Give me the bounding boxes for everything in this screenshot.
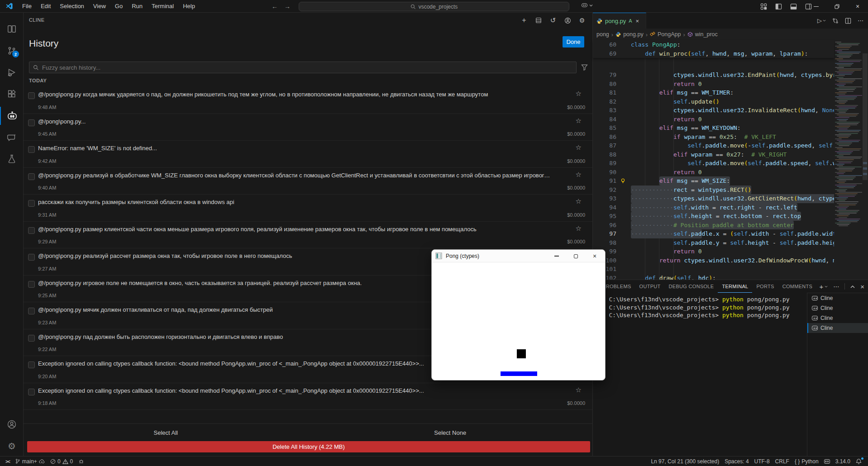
- run-debug-icon[interactable]: [0, 63, 24, 81]
- menu-file[interactable]: File: [18, 0, 36, 13]
- terminal-session-cline[interactable]: Cline: [807, 303, 868, 313]
- run-python-file-icon[interactable]: ▷: [817, 17, 826, 24]
- favorite-star-icon[interactable]: ☆: [576, 143, 582, 152]
- panel-more-icon[interactable]: ⋯: [833, 283, 839, 290]
- breadcrumb-folder[interactable]: pong: [596, 31, 609, 38]
- split-editor-icon[interactable]: [845, 18, 851, 24]
- command-center-search[interactable]: vscode_projects: [299, 2, 569, 11]
- pong-close-button[interactable]: ×: [585, 250, 604, 262]
- breadcrumb-file[interactable]: pong.py: [623, 31, 643, 38]
- overview-ruler[interactable]: [862, 40, 868, 280]
- debug-status-icon[interactable]: [76, 456, 87, 466]
- eol-sequence[interactable]: CRLF: [773, 456, 792, 466]
- source-control-icon[interactable]: 2: [0, 42, 24, 60]
- item-checkbox[interactable]: [28, 281, 35, 288]
- restore-button[interactable]: [826, 0, 847, 13]
- item-checkbox[interactable]: [28, 308, 35, 314]
- item-checkbox[interactable]: [28, 146, 35, 153]
- minimize-button[interactable]: [806, 0, 826, 13]
- favorite-star-icon[interactable]: ☆: [576, 224, 582, 233]
- terminal-session-cline[interactable]: Cline: [807, 313, 868, 323]
- terminal-output[interactable]: PS C:\Users\f13nd\vscode_projects> pytho…: [598, 295, 805, 456]
- menu-edit[interactable]: Edit: [36, 0, 55, 13]
- menu-terminal[interactable]: Terminal: [147, 0, 178, 13]
- history-item[interactable]: NameError: name 'WM_SIZE' is not defined…: [24, 141, 592, 168]
- history-item[interactable]: @/pong\pong.py...9:45 AM☆$0.0000: [24, 114, 592, 141]
- new-task-icon[interactable]: +: [520, 16, 528, 24]
- close-window-button[interactable]: ×: [847, 0, 868, 13]
- select-all-button[interactable]: Select All: [24, 424, 308, 442]
- history-search-input[interactable]: [42, 64, 572, 71]
- back-arrow-icon[interactable]: ←: [272, 3, 278, 10]
- panel-tab-comments[interactable]: COMMENTS: [778, 280, 817, 293]
- toggle-panel-icon[interactable]: [790, 3, 797, 10]
- cursor-position[interactable]: Ln 97, Col 21 (300 selected): [648, 456, 722, 466]
- panel-tab-output[interactable]: OUTPUT: [635, 280, 665, 293]
- menu-run[interactable]: Run: [127, 0, 147, 13]
- problems-item[interactable]: 0 0: [48, 456, 76, 466]
- favorite-star-icon[interactable]: ☆: [576, 117, 582, 125]
- item-checkbox[interactable]: [28, 389, 35, 395]
- copilot-status-icon[interactable]: [821, 456, 833, 466]
- item-checkbox[interactable]: [28, 119, 35, 126]
- item-checkbox[interactable]: [28, 361, 35, 368]
- item-checkbox[interactable]: [28, 200, 35, 207]
- favorite-star-icon[interactable]: ☆: [576, 90, 582, 98]
- menu-view[interactable]: View: [89, 0, 110, 13]
- language-mode[interactable]: { } Python: [792, 456, 821, 466]
- toggle-sidebar-icon[interactable]: [775, 3, 782, 10]
- item-checkbox[interactable]: [28, 227, 35, 234]
- more-actions-icon[interactable]: ⋯: [858, 17, 863, 24]
- account-icon[interactable]: [0, 415, 24, 433]
- item-checkbox[interactable]: [28, 173, 35, 180]
- test-flask-icon[interactable]: [0, 150, 24, 168]
- explorer-icon[interactable]: [0, 20, 24, 38]
- customize-layout-icon[interactable]: [760, 3, 767, 10]
- account-circle-icon[interactable]: [563, 16, 572, 24]
- history-item[interactable]: @/pong\pong.py реализуй в обработчике WM…: [24, 168, 592, 195]
- panel-tab-terminal[interactable]: TERMINAL: [718, 280, 752, 293]
- history-icon[interactable]: ↺: [549, 16, 557, 24]
- mcp-servers-icon[interactable]: [534, 16, 543, 24]
- cline-icon[interactable]: [0, 107, 24, 125]
- history-item[interactable]: Exception ignored on calling ctypes call…: [24, 383, 592, 410]
- terminal-session-cline[interactable]: Cline: [807, 293, 868, 303]
- select-none-button[interactable]: Select None: [308, 424, 593, 442]
- menu-selection[interactable]: Selection: [55, 0, 88, 13]
- remote-indicator[interactable]: ><: [3, 456, 12, 466]
- pong-app-window[interactable]: Pong (ctypes) ×: [431, 249, 606, 380]
- history-item[interactable]: @/pong\pong.py размер клиентской части о…: [24, 222, 592, 249]
- settings-gear-icon[interactable]: ⚙: [0, 437, 24, 455]
- pong-minimize-button[interactable]: [547, 250, 566, 262]
- favorite-star-icon[interactable]: ☆: [576, 171, 582, 179]
- history-item[interactable]: расскажи как получить размеры клиентской…: [24, 195, 592, 222]
- pong-maximize-button[interactable]: [566, 250, 585, 262]
- close-panel-icon[interactable]: ×: [860, 283, 864, 290]
- scrollbar-thumb[interactable]: [863, 53, 868, 180]
- breadcrumb-symbol[interactable]: win_proc: [695, 31, 718, 38]
- cline-settings-gear-icon[interactable]: ⚙: [578, 16, 586, 24]
- panel-tab-ports[interactable]: PORTS: [752, 280, 778, 293]
- filter-icon[interactable]: [581, 64, 588, 71]
- maximize-panel-icon[interactable]: [850, 285, 855, 288]
- favorite-star-icon[interactable]: ☆: [576, 197, 582, 205]
- copilot-menu[interactable]: [581, 2, 593, 8]
- menu-help[interactable]: Help: [178, 0, 200, 13]
- extensions-icon[interactable]: [0, 85, 24, 103]
- item-checkbox[interactable]: [28, 335, 35, 342]
- forward-arrow-icon[interactable]: →: [284, 3, 291, 10]
- breadcrumb-class[interactable]: PongApp: [658, 31, 681, 38]
- git-branch-item[interactable]: main+: [12, 456, 48, 466]
- code-action-lightbulb-icon[interactable]: [620, 176, 626, 184]
- tab-pong-py[interactable]: pong.py A ×: [593, 13, 646, 29]
- python-version[interactable]: 3.14.0: [833, 456, 853, 466]
- terminal-session-cline[interactable]: Cline: [807, 323, 868, 333]
- code-area[interactable]: 79 ctypes.windll.user32.EndPaint(hwnd, c…: [593, 58, 834, 280]
- item-checkbox[interactable]: [28, 254, 35, 261]
- encoding[interactable]: UTF-8: [752, 456, 773, 466]
- open-changes-icon[interactable]: [832, 18, 839, 24]
- menu-go[interactable]: Go: [110, 0, 127, 13]
- panel-tab-debug-console[interactable]: DEBUG CONSOLE: [665, 280, 718, 293]
- indentation[interactable]: Spaces: 4: [722, 456, 751, 466]
- pong-title-bar[interactable]: Pong (ctypes) ×: [432, 250, 605, 262]
